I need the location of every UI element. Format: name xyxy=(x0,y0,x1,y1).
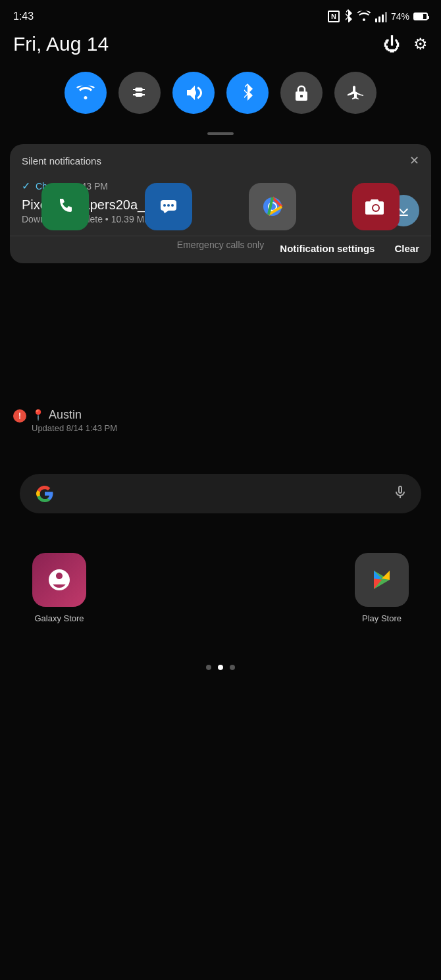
galaxy-store-app[interactable]: Galaxy Store xyxy=(26,553,92,623)
nfc-icon: N xyxy=(328,11,340,22)
page-dot-3 xyxy=(230,665,235,670)
google-search-bar[interactable] xyxy=(20,474,421,513)
svg-point-6 xyxy=(171,204,174,207)
voice-search-icon[interactable] xyxy=(392,484,408,503)
signal-icon xyxy=(375,11,387,22)
wifi-toggle[interactable] xyxy=(65,72,107,114)
camera-dock-icon[interactable] xyxy=(352,183,400,230)
drag-indicator xyxy=(0,126,441,138)
airplane-toggle[interactable] xyxy=(334,72,376,114)
settings-gear-icon[interactable]: ⚙ xyxy=(413,35,428,53)
quick-toggles xyxy=(0,65,441,120)
page-dot-1 xyxy=(206,665,211,670)
chrome-dock-icon[interactable] xyxy=(249,183,296,230)
play-store-label: Play Store xyxy=(362,613,402,623)
svg-point-5 xyxy=(167,204,170,207)
galaxy-store-label: Galaxy Store xyxy=(34,613,84,623)
notification-panel-title: Silent notifications xyxy=(22,155,101,167)
play-store-app[interactable]: Play Store xyxy=(349,553,415,623)
weather-location: Austin xyxy=(49,408,82,422)
svg-rect-1 xyxy=(300,95,303,97)
apps-row: Galaxy Store Play Store xyxy=(0,553,441,623)
dock-bar xyxy=(0,183,441,230)
notification-header: Silent notifications ✕ xyxy=(10,144,431,174)
weather-row: ! 📍 Austin Updated 8/14 1:43 PM xyxy=(13,408,117,433)
notification-close-button[interactable]: ✕ xyxy=(409,153,419,168)
page-dots xyxy=(0,665,441,670)
bluetooth-status-icon xyxy=(344,9,353,24)
svg-point-4 xyxy=(163,204,166,207)
phone-dock-icon[interactable] xyxy=(41,183,89,230)
weather-warning-icon: ! xyxy=(13,409,26,423)
screen-lock-toggle[interactable] xyxy=(280,72,323,114)
emergency-calls-text: Emergency calls only xyxy=(0,240,441,250)
date-actions: ⏻ ⚙ xyxy=(383,34,428,55)
status-bar: 1:43 N 74% xyxy=(0,0,441,30)
wifi-status-icon xyxy=(357,11,371,23)
weather-updated: Updated 8/14 1:43 PM xyxy=(32,423,117,433)
battery-icon xyxy=(413,13,428,20)
status-icons: N 74% xyxy=(328,9,428,24)
galaxy-store-icon xyxy=(32,553,86,607)
power-button[interactable]: ⏻ xyxy=(383,34,400,55)
battery-percentage: 74% xyxy=(391,11,409,22)
bluetooth-toggle[interactable] xyxy=(226,72,269,114)
weather-info: 📍 Austin Updated 8/14 1:43 PM xyxy=(32,408,117,433)
page-dot-2 xyxy=(218,665,223,670)
status-time: 1:43 xyxy=(13,11,34,22)
shuffle-toggle[interactable] xyxy=(118,72,161,114)
date-display: Fri, Aug 14 xyxy=(13,33,109,55)
location-pin-icon: 📍 xyxy=(32,409,45,421)
play-store-icon xyxy=(355,553,409,607)
messages-dock-icon[interactable] xyxy=(145,183,192,230)
svg-point-11 xyxy=(373,205,378,211)
date-row: Fri, Aug 14 ⏻ ⚙ xyxy=(0,30,441,65)
google-logo xyxy=(33,482,57,505)
sound-toggle[interactable] xyxy=(172,72,215,114)
